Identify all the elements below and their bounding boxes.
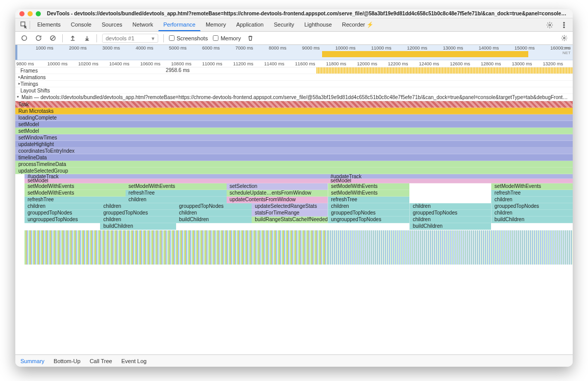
flame-bar[interactable]: children: [491, 210, 573, 217]
divider: [62, 34, 63, 42]
flame-bar[interactable]: setModelWithEvents: [328, 183, 409, 190]
flame-bar[interactable]: grouppedTopNodes: [100, 210, 176, 217]
frames-track[interactable]: Frames 2958.6 ms: [15, 67, 573, 74]
flame-bar[interactable]: setSelection: [227, 183, 328, 190]
flame-bar[interactable]: refreshTree: [126, 190, 227, 197]
profile-selector[interactable]: devtools #1: [102, 34, 158, 43]
svg-point-1: [549, 24, 551, 26]
flame-bar[interactable]: refreshTree: [491, 190, 573, 197]
flame-bar[interactable]: processTimelineData: [15, 161, 573, 168]
timings-track[interactable]: Timings: [15, 81, 573, 87]
divider: [96, 34, 97, 42]
flame-bar[interactable]: refreshTree: [328, 197, 409, 203]
flame-bar[interactable]: setWindowTimes: [15, 134, 573, 141]
tab-console[interactable]: Console: [66, 18, 96, 31]
divider: [30, 21, 30, 29]
flame-bar[interactable]: setModel: [24, 179, 328, 183]
flame-bar[interactable]: scheduleUpdate…entsFromWindow: [227, 190, 328, 197]
flame-bar[interactable]: children: [409, 217, 491, 223]
flame-bar[interactable]: grouppedTopNodes: [409, 210, 491, 217]
flame-bar[interactable]: grouppedTopNodes: [176, 203, 252, 210]
flame-bar[interactable]: buildChildren: [491, 217, 573, 223]
tab-lighthouse[interactable]: Lighthouse: [299, 18, 337, 31]
flame-bar[interactable]: buildRangeStatsCacheIfNeeded: [252, 217, 327, 223]
flame-bar[interactable]: ungrouppedTopNodes: [24, 217, 100, 223]
flame-bar[interactable]: setModelWithEvents: [491, 183, 573, 190]
flame-bar[interactable]: timelineData: [15, 154, 573, 161]
tab-elements[interactable]: Elements: [32, 18, 66, 31]
flame-bar[interactable]: updateSelectedRangeStats: [252, 203, 327, 210]
flame-bar[interactable]: buildChildren: [176, 217, 252, 223]
flame-bar[interactable]: children: [176, 210, 252, 217]
flame-bar[interactable]: children: [409, 203, 491, 210]
flame-bar[interactable]: loadingComplete: [15, 114, 573, 121]
flame-bar[interactable]: children: [328, 203, 409, 210]
flame-bar[interactable]: Task: [15, 101, 573, 108]
settings-gear-icon[interactable]: [544, 19, 555, 31]
flame-bar[interactable]: buildChildren: [409, 223, 491, 230]
kebab-menu-icon[interactable]: [558, 19, 570, 31]
memory-checkbox[interactable]: Memory: [213, 35, 241, 41]
flame-bar[interactable]: children: [100, 217, 176, 223]
tab-network[interactable]: Network: [128, 18, 158, 31]
flame-bar[interactable]: buildChildren: [100, 223, 176, 230]
svg-point-5: [21, 36, 26, 40]
flame-bar[interactable]: children: [100, 203, 176, 210]
tab-application[interactable]: Application: [231, 18, 269, 31]
tab-security[interactable]: Security: [268, 18, 299, 31]
reload-icon[interactable]: [34, 34, 43, 43]
flame-bar[interactable]: setModelWithEvents: [126, 183, 227, 190]
flame-bar[interactable]: setModelWithEvents: [24, 183, 126, 190]
flame-bar[interactable]: grouppedTopNodes: [491, 203, 573, 210]
flame-bar[interactable]: statsForTimeRange: [252, 210, 327, 217]
upload-icon[interactable]: [68, 34, 77, 43]
flame-bar[interactable]: updateContentsFromWindow: [227, 197, 328, 203]
flame-bar[interactable]: coordinatesToEntryIndex: [15, 148, 573, 154]
flame-bar[interactable]: ungrouppedTopNodes: [328, 217, 409, 223]
main-thread-header[interactable]: Main — devtools://devtools/bundled/devto…: [15, 94, 573, 101]
flame-bar[interactable]: setModelWithEvents: [24, 190, 126, 197]
time-ruler: 9800 ms10000 ms10200 ms10400 ms10600 ms1…: [15, 60, 573, 67]
range-handle-right[interactable]: [15, 45, 17, 60]
flame-bar[interactable]: setModel: [15, 128, 573, 134]
zoom-window-icon[interactable]: [36, 11, 41, 16]
flame-bar[interactable]: #updateTrack: [328, 174, 573, 179]
details-tab-call-tree[interactable]: Call Tree: [90, 358, 112, 364]
flame-bar[interactable]: children: [491, 197, 573, 203]
tab-performance[interactable]: Performance: [158, 18, 201, 31]
flame-bar[interactable]: Run Microtasks: [15, 108, 573, 114]
flame-bar[interactable]: setModel: [328, 179, 573, 183]
flame-bar[interactable]: updateSelectedGroup: [15, 168, 573, 174]
flame-bar[interactable]: grouppedTopNodes: [328, 210, 409, 217]
minimize-window-icon[interactable]: [28, 11, 33, 16]
details-tab-bottom-up[interactable]: Bottom-Up: [54, 358, 81, 364]
flame-bar: [328, 223, 409, 230]
flame-detail-area: [328, 230, 573, 265]
flame-chart[interactable]: TaskRun MicrotasksloadingCompletesetMode…: [15, 101, 573, 354]
tab-sources[interactable]: Sources: [96, 18, 127, 31]
animations-track[interactable]: Animations: [15, 74, 573, 81]
download-icon[interactable]: [82, 34, 91, 43]
details-tab-summary[interactable]: Summary: [20, 358, 44, 364]
tab-recorder[interactable]: Recorder ⚡: [337, 18, 379, 31]
layout-shifts-track[interactable]: Layout Shifts: [15, 87, 573, 94]
inspect-element-icon[interactable]: [18, 19, 30, 31]
flame-bar[interactable]: #updateTrack: [24, 174, 328, 179]
timeline-overview[interactable]: 1000 ms2000 ms3000 ms4000 ms5000 ms6000 …: [15, 45, 573, 60]
flame-bar[interactable]: children: [126, 197, 227, 203]
clear-icon[interactable]: [48, 34, 57, 43]
panel-settings-gear-icon[interactable]: [559, 34, 569, 43]
flame-bar[interactable]: setModel: [15, 121, 573, 128]
flame-bar[interactable]: children: [24, 203, 100, 210]
flame-bar[interactable]: setModelWithEvents: [328, 190, 409, 197]
close-window-icon[interactable]: [19, 11, 24, 16]
trash-icon[interactable]: [246, 34, 255, 43]
flame-bar[interactable]: grouppedTopNodes: [24, 210, 100, 217]
screenshots-checkbox[interactable]: Screenshots: [169, 35, 208, 41]
flame-bar[interactable]: refreshTree: [24, 197, 126, 203]
record-icon[interactable]: [19, 34, 29, 43]
tab-memory[interactable]: Memory: [201, 18, 231, 31]
details-tab-event-log[interactable]: Event Log: [121, 358, 147, 364]
flame-bar[interactable]: updateHighlight: [15, 141, 573, 148]
window-titlebar: DevTools - devtools://devtools/bundled/d…: [15, 9, 573, 18]
